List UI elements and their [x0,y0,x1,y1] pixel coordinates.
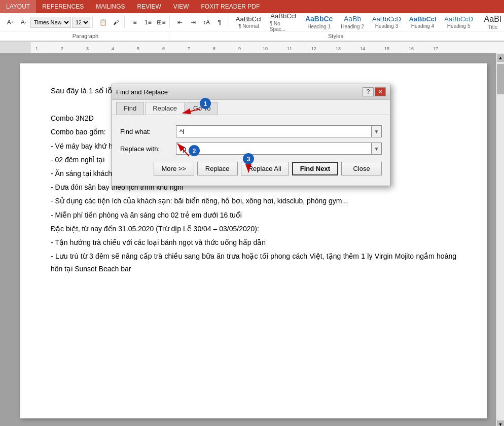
style-heading3[interactable]: AaBbCcD Heading 3 [369,14,405,31]
style-normal[interactable]: AaBbCcI ¶ Normal [232,14,265,31]
find-next-btn[interactable]: Find Next [292,162,338,175]
svg-text:8: 8 [213,46,215,51]
style-normal-preview: AaBbCcI [236,15,262,23]
dialog-help-btn[interactable]: ? [363,87,374,96]
style-no-space[interactable]: AaBbCcI ¶ No Spac... [266,11,301,33]
menu-review[interactable]: REVIEW [131,0,167,13]
doc-line-10: - Miễn phí tiền phòng và ăn sáng cho 02 … [51,209,456,222]
style-title-label: Title [488,24,498,30]
style-title[interactable]: AaBI Title [478,13,504,31]
styles-area: AaBbCcI ¶ Normal AaBbCcI ¶ No Spac... Aa… [230,10,504,34]
ruler-left-margin [0,42,30,53]
multilevel-list-btn[interactable]: ⊞≡ [155,16,167,28]
sort-btn[interactable]: ↕A [200,16,212,28]
menu-view[interactable]: VIEW [167,0,195,13]
svg-text:16: 16 [409,46,414,51]
dialog-close-btn[interactable]: ✕ [375,87,386,96]
style-heading4[interactable]: AaBbCcI Heading 4 [406,14,440,31]
doc-line-11: Đặc biệt, từ nay đến 31.05.2020 (Trừ dịp… [51,223,456,235]
dialog-title: Find and Replace [116,88,168,96]
find-dropdown-btn[interactable]: ▼ [371,126,381,137]
svg-text:13: 13 [336,46,341,51]
style-no-space-label: ¶ No Spac... [270,21,297,32]
svg-text:6: 6 [162,46,165,51]
svg-text:5: 5 [137,46,139,51]
vertical-scrollbar[interactable]: ▲ ▼ [496,53,504,426]
find-what-field: Find what: ▼ [120,125,382,137]
style-h5-label: Heading 5 [447,23,471,29]
dialog-titlebar: Find and Replace ? ✕ [112,84,390,100]
svg-text:10: 10 [263,46,268,51]
style-title-preview: AaBI [484,14,502,24]
scroll-down-btn[interactable]: ▼ [497,420,504,426]
show-marks-btn[interactable]: ¶ [213,16,226,28]
style-h3-label: Heading 3 [375,23,399,29]
menu-references[interactable]: REFERENCES [36,0,90,13]
style-h3-preview: AaBbCcD [372,15,401,23]
dialog-body: Find what: ▼ Replace with: ▼ More >> Rep… [112,119,390,186]
svg-text:2: 2 [61,46,63,51]
font-group: A+ A- Times New Roman 12 [2,16,93,28]
document-area: Sau đây là 1 số lỗi thường gặp Combo 3N2… [0,53,504,426]
tab-divider [112,115,390,115]
menu-layout[interactable]: LAYOUT [0,0,36,13]
increase-indent-btn[interactable]: ⇥ [187,16,199,28]
toolbar-row1: A+ A- Times New Roman 12 📋 🖌 ≡ 1≡ ⊞≡ ⇤ ⇥… [0,13,504,31]
svg-text:15: 15 [384,46,389,51]
find-replace-dialog: Find and Replace ? ✕ Find Replace Go To … [112,84,390,186]
style-h1-label: Heading 1 [307,24,331,29]
dialog-tab-find[interactable]: Find [116,102,144,115]
clipboard-group: 📋 🖌 [95,16,125,28]
replace-dropdown-btn[interactable]: ▼ [371,143,381,154]
replace-with-label: Replace with: [120,145,176,153]
font-size-select[interactable]: 12 [72,17,90,28]
style-h5-preview: AaBbCcD [444,15,473,23]
list-group: ≡ 1≡ ⊞≡ [127,16,170,28]
style-heading2[interactable]: AaBb Heading 2 [337,13,368,31]
style-h2-preview: AaBb [344,15,361,23]
decrease-indent-btn[interactable]: ⇤ [174,16,186,28]
dialog-tab-replace[interactable]: Replace [145,102,185,115]
style-heading1[interactable]: AaBbCc Heading 1 [302,13,336,31]
bullet-list-btn[interactable]: ≡ [129,16,141,28]
scroll-up-btn[interactable]: ▲ [497,54,504,62]
font-size-increase[interactable]: A+ [4,16,16,28]
indent-group: ⇤ ⇥ ↕A ¶ [172,16,228,28]
doc-line-9: - Sử dụng các tiện ích của khách sạn: bã… [51,195,456,207]
style-heading5[interactable]: AaBbCcD Heading 5 [441,14,477,31]
svg-text:14: 14 [360,46,365,51]
find-what-label: Find what: [120,128,176,135]
dialog-tabs: Find Replace Go To [112,100,390,115]
replace-with-field: Replace with: ▼ [120,143,382,155]
numbered-list-btn[interactable]: 1≡ [142,16,154,28]
doc-line-12: - Tận hưởng trà chiều với các loại bánh … [51,236,456,249]
find-input-wrap: ▼ [176,125,382,137]
dialog-buttons: More >> Replace Replace All Find Next Cl… [120,160,382,180]
find-what-input[interactable] [176,126,371,137]
menu-mailings[interactable]: MAILINGS [90,0,131,13]
svg-text:4: 4 [112,46,114,51]
replace-btn[interactable]: Replace [197,162,238,175]
replace-input-wrap: ▼ [176,143,382,155]
more-btn[interactable]: More >> [154,162,194,175]
svg-text:9: 9 [238,46,241,51]
paste-btn[interactable]: 📋 [97,16,109,28]
ribbon-bottom: Paragraph Styles [0,31,504,42]
style-h4-label: Heading 4 [411,23,435,29]
dialog-controls: ? ✕ [363,87,386,96]
replace-with-input[interactable] [176,144,371,154]
svg-text:17: 17 [433,46,438,51]
paragraph-section-label: Paragraph [2,33,169,39]
format-painter-btn[interactable]: 🖌 [110,16,122,28]
svg-text:11: 11 [287,46,292,51]
replace-all-btn[interactable]: Replace All [241,162,289,175]
style-h4-preview: AaBbCcI [409,15,436,23]
dialog-tab-goto[interactable]: Go To [186,102,218,115]
font-name-select[interactable]: Times New Roman [30,17,71,28]
font-size-decrease[interactable]: A- [17,16,29,28]
close-dialog-btn[interactable]: Close [341,162,382,175]
style-no-space-preview: AaBbCcI [270,12,296,20]
style-h1-preview: AaBbCc [305,15,333,23]
style-h2-label: Heading 2 [341,24,364,29]
scroll-thumb[interactable] [497,64,504,94]
